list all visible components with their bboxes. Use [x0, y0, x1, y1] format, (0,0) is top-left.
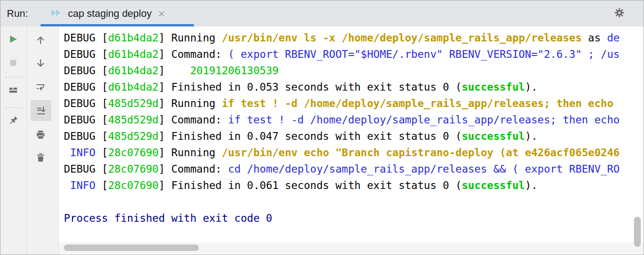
soft-wrap-button[interactable]: [34, 81, 47, 93]
restore-layout-button[interactable]: [7, 84, 20, 97]
pin-tab-button[interactable]: [7, 114, 20, 127]
settings-gear-icon[interactable]: [613, 7, 625, 20]
trash-icon: [35, 152, 46, 163]
clear-all-button[interactable]: [34, 151, 47, 164]
console-line: DEBUG [d61b4da2] Command: ( export RBENV…: [64, 46, 620, 62]
printer-icon: [35, 129, 46, 140]
console-line: INFO [28c07690] Running /usr/bin/env ech…: [64, 144, 620, 161]
print-button[interactable]: [34, 128, 47, 141]
arrow-up-icon: [35, 35, 46, 46]
console-line: DEBUG [d61b4da2] Running /usr/bin/env ls…: [64, 30, 620, 46]
rerun-tab-icon: [51, 8, 62, 20]
toolbar-divider: [4, 107, 23, 108]
tab-label: cap staging deploy: [68, 8, 151, 20]
tab-cap-staging-deploy[interactable]: cap staging deploy ×: [41, 0, 194, 26]
pin-icon: [8, 115, 19, 126]
next-occurrence-button[interactable]: [34, 57, 47, 70]
console-line: INFO [28c07690] Finished in 0.061 second…: [64, 177, 620, 194]
run-toolwindow-body: DEBUG [d61b4da2] Running /usr/bin/env ls…: [0, 26, 644, 255]
toolbar: [0, 26, 59, 255]
console-line: DEBUG [d61b4da2] 20191206130539: [64, 62, 620, 79]
console-output: DEBUG [d61b4da2] Running /usr/bin/env ls…: [64, 30, 620, 226]
console-line: [64, 194, 620, 210]
toolbar-divider: [4, 77, 23, 77]
rerun-button[interactable]: [7, 33, 20, 46]
soft-wrap-icon: [35, 82, 46, 92]
console-line: DEBUG [d61b4da2] Finished in 0.053 secon…: [64, 79, 620, 95]
run-label: Run:: [7, 0, 28, 26]
console-line: DEBUG [485d529d] Running if test ! -d /h…: [64, 95, 620, 112]
close-tab-icon[interactable]: ×: [158, 8, 165, 20]
console-line: DEBUG [28c07690] Command: cd /home/deplo…: [64, 161, 620, 177]
run-tool-window: Run: cap staging deploy ×: [0, 0, 644, 255]
restore-layout-icon: [8, 85, 19, 96]
console-line: DEBUG [485d529d] Finished in 0.047 secon…: [64, 128, 620, 144]
arrow-down-icon: [35, 58, 46, 69]
horizontal-scrollbar-track[interactable]: [59, 242, 644, 254]
run-toolwindow-header: Run: cap staging deploy ×: [0, 0, 644, 26]
play-icon: [8, 34, 19, 45]
scroll-to-end-icon: [36, 105, 47, 116]
console-line: Process finished with exit code 0: [64, 210, 620, 226]
stop-button: [7, 56, 20, 69]
console-panel: DEBUG [d61b4da2] Running /usr/bin/env ls…: [59, 26, 644, 255]
console-line: DEBUG [485d529d] Command: if test ! -d /…: [64, 112, 620, 128]
stop-icon: [8, 57, 19, 68]
vertical-scrollbar-thumb[interactable]: [634, 217, 641, 247]
prev-occurrence-button[interactable]: [34, 34, 47, 46]
horizontal-scrollbar-thumb[interactable]: [64, 245, 199, 251]
toolbar-column-separator: [26, 26, 27, 255]
scroll-to-end-button[interactable]: [31, 100, 52, 121]
